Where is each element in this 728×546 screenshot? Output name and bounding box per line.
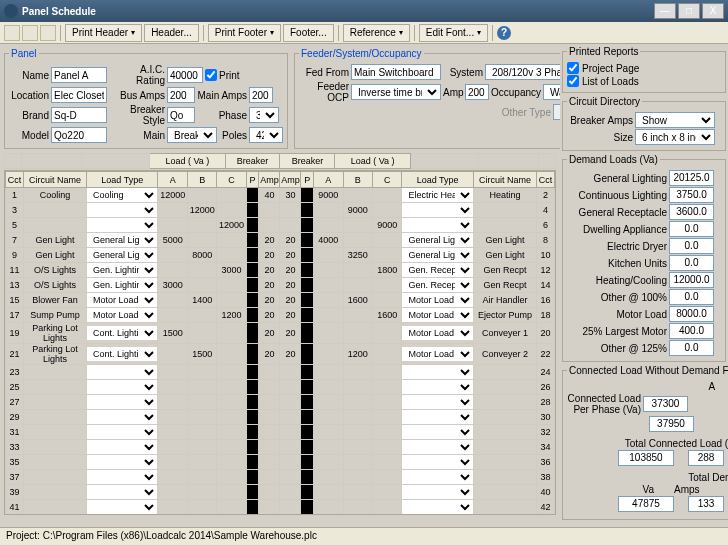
load-type-select[interactable]: Motor Load (87, 308, 158, 322)
load-type-select[interactable] (402, 410, 473, 424)
load-type-select[interactable]: Motor Load (402, 293, 473, 307)
breaker-amps-select[interactable]: Show (635, 112, 715, 128)
load-type-select[interactable] (87, 380, 158, 394)
table-row[interactable]: 13O/S LightsGen. Lighting C30002020Gen. … (6, 278, 555, 293)
table-row[interactable]: 2930 (6, 410, 555, 425)
load-type-select[interactable] (87, 470, 158, 484)
load-type-select[interactable]: Gen. Lighting C (87, 263, 158, 277)
feeder-amp-input[interactable] (465, 84, 489, 100)
size-select[interactable]: 6 inch x 8 inch (635, 129, 715, 145)
print-header-button[interactable]: Print Header▾ (65, 24, 142, 42)
breaker-style-input[interactable] (167, 107, 195, 123)
load-type-select[interactable] (87, 485, 158, 499)
table-row[interactable]: 17Sump PumpMotor Load120020201600Motor L… (6, 308, 555, 323)
header-button[interactable]: Header... (144, 24, 199, 42)
help-icon[interactable]: ? (497, 26, 511, 40)
table-row[interactable]: 3536 (6, 455, 555, 470)
load-type-select[interactable] (87, 500, 158, 514)
feeder-ocp-select[interactable]: Inverse time breaker (351, 84, 441, 100)
load-type-select[interactable]: Motor Load (402, 326, 473, 340)
table-row[interactable]: 15Blower FanMotor Load140020201600Motor … (6, 293, 555, 308)
load-type-select[interactable]: Gen. Receptacle (402, 278, 473, 292)
load-type-select[interactable] (402, 470, 473, 484)
print-checkbox[interactable] (205, 69, 217, 81)
load-type-select[interactable] (402, 380, 473, 394)
table-row[interactable]: 31200090004 (6, 203, 555, 218)
load-type-select[interactable] (402, 455, 473, 469)
table-row[interactable]: 9Gen LightGeneral Lighting800020203250Ge… (6, 248, 555, 263)
load-type-select[interactable] (402, 218, 473, 232)
table-row[interactable]: 7Gen LightGeneral Lighting500020204000Ge… (6, 233, 555, 248)
table-row[interactable]: 4142 (6, 500, 555, 515)
table-row[interactable]: 3334 (6, 440, 555, 455)
reference-button[interactable]: Reference▾ (343, 24, 410, 42)
print-icon[interactable] (22, 25, 38, 41)
load-type-select[interactable]: General Lighting (87, 233, 158, 247)
load-type-select[interactable]: Cooling (87, 188, 158, 202)
load-type-select[interactable] (87, 455, 158, 469)
load-type-select[interactable] (87, 410, 158, 424)
footer-button[interactable]: Footer... (283, 24, 334, 42)
print-footer-button[interactable]: Print Footer▾ (208, 24, 281, 42)
load-type-select[interactable] (87, 395, 158, 409)
table-row[interactable]: 2728 (6, 395, 555, 410)
print-preview-icon[interactable] (40, 25, 56, 41)
table-row[interactable]: 21Parking Lot LightsCont. Lighting150020… (6, 344, 555, 365)
occupancy-select[interactable]: Warehouse (storage) (543, 84, 560, 100)
minimize-button[interactable]: — (654, 3, 676, 19)
load-type-select[interactable]: Cont. Lighting (87, 347, 158, 361)
load-type-select[interactable] (87, 203, 158, 217)
load-type-select[interactable] (402, 440, 473, 454)
table-row[interactable]: 51200090006 (6, 218, 555, 233)
project-page-checkbox[interactable] (567, 62, 579, 74)
load-type-select[interactable]: General Lighting (87, 248, 158, 262)
circuit-grid[interactable]: Cct Circuit Name Load Type A B C P Amp A… (4, 170, 556, 515)
feeder-fieldset: Feeder/System/Occupancy Fed FromSystem20… (294, 48, 560, 149)
poles-select[interactable]: 42 (249, 127, 283, 143)
load-type-select[interactable] (402, 500, 473, 514)
table-row[interactable]: 19Parking Lot LightsCont. Lighting150020… (6, 323, 555, 344)
load-type-select[interactable] (402, 395, 473, 409)
load-type-select[interactable]: General Lighting (402, 248, 473, 262)
load-type-select[interactable] (87, 218, 158, 232)
demand-value: 12000.0 (669, 272, 714, 288)
main-amps-input[interactable] (249, 87, 273, 103)
load-type-select[interactable]: Cont. Lighting (87, 326, 158, 340)
bus-amps-input[interactable] (167, 87, 195, 103)
table-row[interactable]: 3132 (6, 425, 555, 440)
load-type-select[interactable] (402, 425, 473, 439)
table-row[interactable]: 2526 (6, 380, 555, 395)
close-button[interactable]: X (702, 3, 724, 19)
load-type-select[interactable]: Motor Load (402, 347, 473, 361)
maximize-button[interactable]: □ (678, 3, 700, 19)
table-row[interactable]: 3940 (6, 485, 555, 500)
fed-from-input[interactable] (351, 64, 441, 80)
table-row[interactable]: 1CoolingCooling1200040309000Electric Hea… (6, 188, 555, 203)
table-row[interactable]: 3738 (6, 470, 555, 485)
model-input[interactable] (51, 127, 107, 143)
location-input[interactable] (51, 87, 107, 103)
edit-font-button[interactable]: Edit Font...▾ (419, 24, 488, 42)
list-of-loads-checkbox[interactable] (567, 75, 579, 87)
load-type-select[interactable]: General Lighting (402, 233, 473, 247)
save-icon[interactable] (4, 25, 20, 41)
load-type-select[interactable] (87, 365, 158, 379)
table-row[interactable]: 11O/S LightsGen. Lighting C300020201800G… (6, 263, 555, 278)
phase-select[interactable]: 3 (249, 107, 279, 123)
load-type-select[interactable] (402, 365, 473, 379)
load-type-select[interactable] (87, 425, 158, 439)
load-type-select[interactable] (402, 203, 473, 217)
system-select[interactable]: 208/120v 3 Phase 4 W (485, 64, 560, 80)
load-type-select[interactable]: Motor Load (402, 308, 473, 322)
brand-input[interactable] (51, 107, 107, 123)
aic-input[interactable] (167, 67, 203, 83)
main-select[interactable]: Breaker (167, 127, 217, 143)
load-type-select[interactable]: Motor Load (87, 293, 158, 307)
panel-name-input[interactable] (51, 67, 107, 83)
load-type-select[interactable] (402, 485, 473, 499)
load-type-select[interactable] (87, 440, 158, 454)
load-type-select[interactable]: Gen. Receptacle (402, 263, 473, 277)
load-type-select[interactable]: Gen. Lighting C (87, 278, 158, 292)
load-type-select[interactable]: Electric Heat (402, 188, 473, 202)
table-row[interactable]: 2324 (6, 365, 555, 380)
